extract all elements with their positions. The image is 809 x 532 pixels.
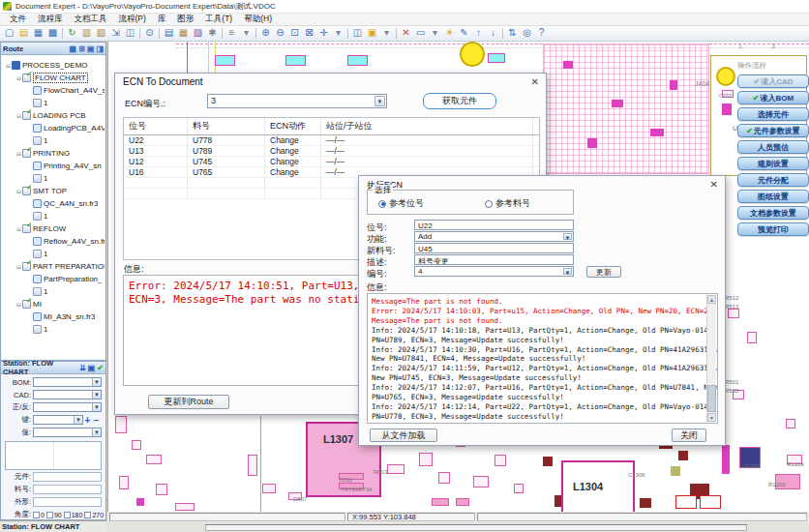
save-all-icon[interactable]: ▩ (45, 27, 60, 40)
table-row[interactable]: U12U745Change—/— (124, 157, 539, 167)
function-combo[interactable]: Add ▼ (414, 231, 574, 242)
chevron-down-icon[interactable]: ▼ (563, 268, 572, 275)
tree-item[interactable]: Reflow_A4V_sn.fr (2, 235, 105, 248)
tree-item[interactable]: ⊟LOADING PCB (2, 109, 105, 122)
paste-icon[interactable]: ▧ (94, 27, 108, 40)
line-width-dropdown[interactable]: ▾ (239, 27, 254, 40)
save-station-icon[interactable]: ▣ (88, 364, 96, 372)
tree-item[interactable]: 1 (2, 172, 105, 185)
ops-button[interactable]: 人员预估 (737, 140, 809, 154)
column-header[interactable]: ECN动作 (265, 118, 321, 134)
angle-checkbox[interactable] (64, 512, 71, 518)
expand-icon[interactable]: ⊟ (15, 112, 22, 119)
station-field-combo[interactable]: ▼ (33, 428, 102, 437)
line-width-icon[interactable]: ≡ (225, 27, 239, 40)
table-icon[interactable]: ▦ (176, 27, 191, 40)
menu-item[interactable]: 文件 (4, 13, 32, 26)
station-field-combo[interactable]: ▼ (33, 415, 83, 425)
target-icon[interactable]: ◎ (520, 27, 534, 40)
copy-icon[interactable]: ▥ (79, 27, 94, 40)
pan-dropdown[interactable]: ▾ (331, 27, 345, 40)
tree-item[interactable]: Printing_A4V_sn (2, 160, 105, 172)
collapse-panel-icon[interactable]: ⇊ (79, 364, 86, 372)
move-up-icon[interactable]: ↑ (471, 27, 486, 40)
tile-windows-icon[interactable]: ◫ (350, 27, 365, 40)
angle-checkbox[interactable] (46, 512, 53, 518)
tree-item[interactable]: 1 (2, 285, 105, 298)
menu-item[interactable]: 流程(P) (113, 13, 152, 26)
expand-icon[interactable]: ⊟ (15, 301, 22, 308)
ops-button[interactable]: 选择元件 (737, 107, 809, 121)
exec-message-box[interactable]: Message=The part is not found.Error: 202… (367, 293, 718, 424)
library-icon[interactable]: ◨ (96, 44, 104, 53)
zoom-fit-icon[interactable]: ⊠ (302, 27, 316, 40)
station-text-input[interactable] (33, 485, 102, 494)
expand-icon[interactable]: ⊟ (15, 74, 22, 81)
load-from-file-button[interactable]: 从文件加载 (370, 429, 437, 442)
update-to-route-button[interactable]: 更新到Route (148, 395, 229, 409)
remove-icon[interactable]: − (92, 415, 101, 426)
menu-item[interactable]: 库 (152, 13, 172, 26)
expand-icon[interactable]: ⊟ (5, 62, 12, 69)
expand-icon[interactable]: ⊟ (15, 263, 22, 270)
number-combo[interactable]: 4 ▼ (414, 266, 574, 277)
description-input[interactable]: 料号变更 (414, 254, 574, 265)
tree-item[interactable]: ⊟PART PREPARATION (2, 260, 105, 273)
station-field-combo[interactable]: ▼ (33, 390, 102, 399)
swap-icon[interactable]: ⇅ (505, 27, 520, 40)
ops-button[interactable]: 图纸设置 (737, 190, 809, 203)
chevron-down-icon[interactable]: ▼ (375, 96, 385, 106)
ops-button[interactable]: 规则设置 (737, 157, 809, 170)
column-header[interactable]: 料号 (188, 118, 265, 134)
station-field-combo[interactable]: ▼ (33, 377, 102, 387)
pan-icon[interactable]: ✛ (316, 27, 331, 40)
folder-dropdown[interactable]: ▾ (379, 27, 394, 40)
radio-part-number[interactable]: 参考料号 (485, 197, 530, 210)
new-file-icon[interactable]: ▢ (2, 27, 16, 40)
apply-station-icon[interactable]: ✔ (97, 364, 104, 372)
column-header[interactable]: 位号 (124, 118, 188, 134)
ops-button[interactable]: 文档参数设置 (737, 206, 809, 220)
ops-button[interactable]: ✔读入BOM (737, 91, 809, 104)
expand-icon[interactable]: ⊟ (15, 188, 22, 194)
chevron-down-icon[interactable]: ▼ (563, 233, 572, 240)
ops-button[interactable]: 预览打印 (737, 222, 809, 236)
ref-input[interactable]: U22 (414, 220, 574, 230)
save-route-icon[interactable]: ▣ (87, 44, 95, 53)
shape-dropdown[interactable]: ▾ (428, 27, 442, 40)
menu-item[interactable]: 图形 (171, 13, 199, 26)
open-file-icon[interactable]: ▤ (16, 27, 31, 40)
window-icon[interactable]: ◫ (123, 27, 137, 40)
tree-item[interactable]: ⊟PROCESS_DEMO (2, 59, 105, 72)
menu-item[interactable]: 帮助(H) (238, 13, 278, 26)
tree-item[interactable]: 1 (2, 97, 105, 109)
zoom-in-icon[interactable]: ⊕ (258, 27, 273, 40)
tree-item[interactable]: FlowChart_A4V_sn (2, 84, 105, 97)
tree-item[interactable]: 1 (2, 210, 105, 222)
tree-item[interactable]: ⊟REFLOW (2, 222, 105, 235)
station-list-box[interactable] (5, 441, 102, 470)
image-icon[interactable]: ▨ (191, 27, 205, 40)
table-row[interactable]: U22U778Change—/— (124, 135, 539, 146)
angle-checkbox[interactable] (33, 512, 40, 518)
close-view-icon[interactable]: ✕ (399, 27, 413, 40)
get-parts-button[interactable]: 获取元件 (423, 93, 496, 109)
tree-item[interactable]: PartPreparation_ (2, 273, 105, 285)
radio-ref-designator[interactable]: 参考位号 (378, 197, 424, 210)
menu-item[interactable]: 文档工具 (69, 13, 113, 26)
folder-icon[interactable]: ▣ (365, 27, 379, 40)
highlight-icon[interactable]: ☀ (442, 27, 457, 40)
save-icon[interactable]: ▦ (31, 27, 45, 40)
ecn-number-combo[interactable]: 3 ▼ (207, 94, 387, 108)
new-pn-input[interactable]: U45 (414, 243, 574, 253)
search-icon[interactable]: ⊙ (142, 27, 157, 40)
ops-button[interactable]: ✔读入CAD (737, 74, 809, 88)
message-scrollbar[interactable]: ▲ ▼ (706, 295, 716, 422)
ops-button[interactable]: 元件分配 (737, 173, 809, 187)
tree-item[interactable]: ⊟SMT TOP (2, 185, 105, 197)
chevron-down-icon[interactable]: ▼ (92, 378, 101, 386)
menu-item[interactable]: 工具(T) (199, 13, 238, 26)
refresh-icon[interactable]: ↻ (65, 27, 79, 40)
chevron-down-icon[interactable]: ▼ (92, 429, 101, 436)
exec-dialog-close-icon[interactable]: ✕ (710, 179, 718, 190)
